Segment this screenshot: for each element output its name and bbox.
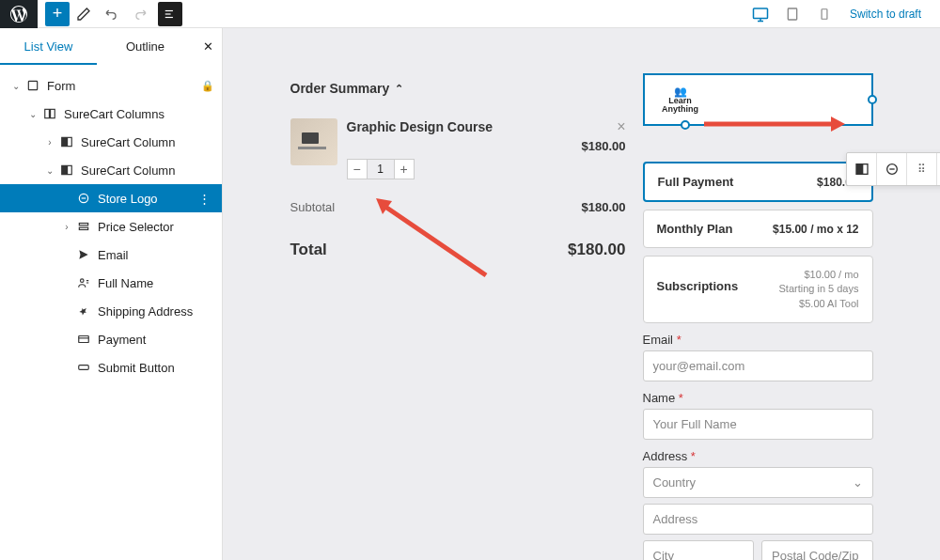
svg-rect-5 xyxy=(822,8,827,19)
column-icon xyxy=(58,133,75,150)
tree-surecart-columns[interactable]: ⌄ SureCart Columns xyxy=(0,100,222,128)
svg-rect-10 xyxy=(68,137,72,146)
tree-payment[interactable]: Payment xyxy=(0,325,222,353)
svg-rect-6 xyxy=(28,81,37,89)
toolbar-block-type[interactable] xyxy=(847,153,877,185)
svg-rect-23 xyxy=(856,164,861,175)
city-field[interactable]: City xyxy=(643,540,755,560)
svg-rect-8 xyxy=(51,109,55,117)
wordpress-logo[interactable] xyxy=(0,0,38,28)
svg-rect-17 xyxy=(79,336,89,343)
svg-line-21 xyxy=(383,205,486,275)
price-icon xyxy=(75,218,92,235)
chevron-down-icon: ⌄ xyxy=(853,475,863,490)
address-field[interactable]: Address xyxy=(643,504,873,535)
svg-rect-11 xyxy=(62,165,67,174)
edit-mode-button[interactable] xyxy=(70,0,98,28)
tree-shipping-address[interactable]: Shipping Address xyxy=(0,297,222,325)
mobile-view-icon[interactable] xyxy=(810,0,838,28)
resize-handle[interactable] xyxy=(868,95,877,104)
annotation-arrow xyxy=(373,195,495,280)
svg-rect-18 xyxy=(79,366,89,370)
svg-rect-1 xyxy=(165,13,171,14)
svg-marker-20 xyxy=(831,117,845,132)
column-icon xyxy=(58,162,75,179)
button-icon xyxy=(75,359,92,376)
svg-rect-14 xyxy=(79,224,87,226)
remove-item-icon[interactable]: × xyxy=(617,118,625,135)
resize-handle[interactable] xyxy=(681,120,690,130)
email-label: Email * xyxy=(643,333,873,347)
svg-rect-12 xyxy=(68,165,72,174)
lock-icon: 🔒 xyxy=(201,80,214,92)
svg-rect-15 xyxy=(79,227,87,229)
block-toolbar: ⠿ ⌃⌄ ⋮ xyxy=(846,152,940,186)
tree-email[interactable]: Email xyxy=(0,241,222,269)
chevron-up-icon: ⌃ xyxy=(395,83,403,95)
toolbar-drag-icon[interactable]: ⠿ xyxy=(907,153,937,185)
tree-surecart-column-2[interactable]: ⌄ SureCart Column xyxy=(0,156,222,184)
svg-rect-3 xyxy=(753,8,767,19)
more-icon[interactable]: ⋮ xyxy=(195,192,214,206)
svg-point-16 xyxy=(81,279,85,283)
name-field[interactable]: Your Full Name xyxy=(643,409,873,440)
postal-field[interactable]: Postal Code/Zip xyxy=(761,540,873,560)
address-label: Address * xyxy=(643,449,873,463)
store-logo-image: 👥 Learn Anything xyxy=(654,85,707,115)
plan-subscriptions[interactable]: Subscriptions $10.00 / mo Starting in 5 … xyxy=(643,256,873,323)
svg-rect-7 xyxy=(45,109,50,117)
add-block-button[interactable]: + xyxy=(45,2,70,26)
card-icon xyxy=(75,331,92,348)
svg-rect-24 xyxy=(862,164,867,175)
total-label: Total xyxy=(290,241,327,259)
logo-icon xyxy=(75,190,92,207)
tree-form[interactable]: ⌄ Form 🔒 xyxy=(0,71,222,100)
tree-submit-button[interactable]: Submit Button xyxy=(0,353,222,381)
annotation-arrow xyxy=(704,115,845,133)
email-field[interactable]: your@email.com xyxy=(643,350,873,381)
tablet-view-icon[interactable] xyxy=(778,0,807,28)
name-label: Name * xyxy=(643,391,873,405)
tree-full-name[interactable]: Full Name xyxy=(0,269,222,297)
email-icon xyxy=(75,246,92,263)
subtotal-label: Subtotal xyxy=(290,200,336,214)
tree-price-selector[interactable]: › Price Selector xyxy=(0,212,222,241)
tab-list-view[interactable]: List View xyxy=(0,28,97,65)
plan-monthly[interactable]: Monthly Plan $15.00 / mo x 12 xyxy=(643,210,873,248)
product-name: Graphic Design Course xyxy=(347,118,494,135)
desktop-view-icon[interactable] xyxy=(746,0,775,28)
list-view-toggle[interactable] xyxy=(158,2,182,26)
qty-value: 1 xyxy=(368,159,394,179)
person-icon xyxy=(75,274,92,291)
order-summary-toggle[interactable]: Order Summary ⌃ xyxy=(290,73,626,111)
product-image xyxy=(290,118,337,165)
qty-increase-button[interactable]: + xyxy=(394,159,415,179)
close-panel-icon[interactable]: ✕ xyxy=(194,28,222,65)
form-icon xyxy=(24,77,41,94)
tab-outline[interactable]: Outline xyxy=(97,28,194,65)
subtotal-value: $180.00 xyxy=(582,200,626,214)
plan-full-payment[interactable]: Full Payment $180.00 xyxy=(643,162,873,202)
product-price: $180.00 xyxy=(347,139,626,153)
country-select[interactable]: Country ⌄ xyxy=(643,467,873,498)
toolbar-logo-icon[interactable] xyxy=(877,153,907,185)
pin-icon xyxy=(75,303,92,319)
tree-store-logo[interactable]: Store Logo ⋮ xyxy=(0,184,222,212)
qty-decrease-button[interactable]: − xyxy=(347,159,368,179)
undo-button[interactable] xyxy=(98,0,126,28)
switch-to-draft-link[interactable]: Switch to draft xyxy=(842,8,929,21)
svg-rect-2 xyxy=(165,16,173,17)
total-value: $180.00 xyxy=(568,241,625,259)
redo-button[interactable] xyxy=(126,0,154,28)
svg-rect-0 xyxy=(165,9,173,10)
tree-surecart-column-1[interactable]: › SureCart Column xyxy=(0,128,222,156)
svg-rect-4 xyxy=(788,8,796,20)
columns-icon xyxy=(41,105,58,122)
svg-rect-9 xyxy=(62,137,67,146)
